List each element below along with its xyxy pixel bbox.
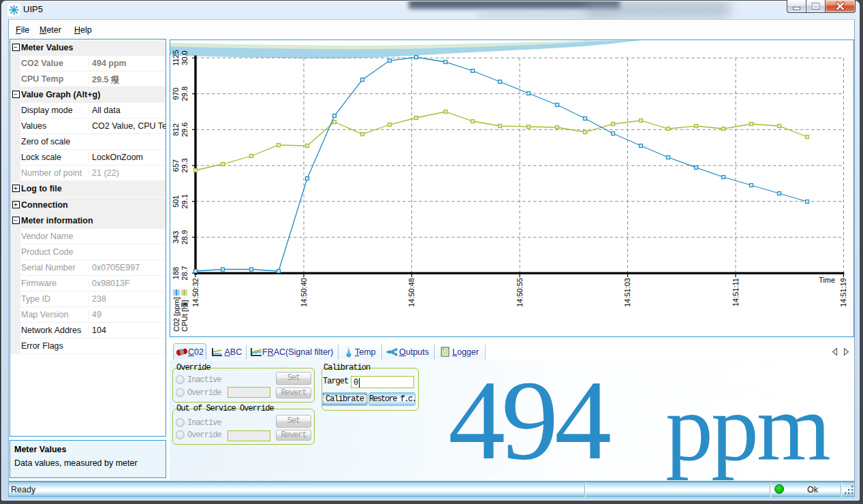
svg-text:188: 188	[171, 266, 179, 279]
svg-text:28.7: 28.7	[180, 266, 188, 280]
svg-text:Time: Time	[819, 276, 835, 284]
svg-text:970: 970	[171, 87, 179, 99]
svg-text:343: 343	[171, 231, 179, 243]
svg-text:14:50:32: 14:50:32	[191, 278, 199, 307]
svg-text:29.3: 29.3	[180, 158, 188, 172]
svg-text:14:50:55: 14:50:55	[515, 278, 523, 307]
svg-text:30.0: 30.0	[180, 50, 188, 65]
svg-text:14:50:48: 14:50:48	[407, 278, 415, 307]
svg-text:29.8: 29.8	[180, 86, 188, 100]
svg-text:14:51:11: 14:51:11	[731, 278, 739, 306]
svg-text:1125: 1125	[171, 50, 179, 66]
svg-text:14:51:03: 14:51:03	[623, 278, 631, 307]
svg-text:657: 657	[171, 159, 179, 171]
svg-text:29.6: 29.6	[180, 122, 188, 136]
svg-text:28.9: 28.9	[180, 230, 188, 244]
svg-text:14:50:40: 14:50:40	[299, 278, 307, 307]
svg-text:812: 812	[171, 123, 179, 136]
svg-text:CPUt [獼]: CPUt [獼]	[180, 300, 188, 331]
svg-text:C02 [ppm]: C02 [ppm]	[172, 297, 180, 332]
svg-text:501: 501	[171, 195, 179, 207]
svg-text:29.1: 29.1	[180, 193, 188, 208]
svg-text:14:51:19: 14:51:19	[839, 278, 847, 307]
